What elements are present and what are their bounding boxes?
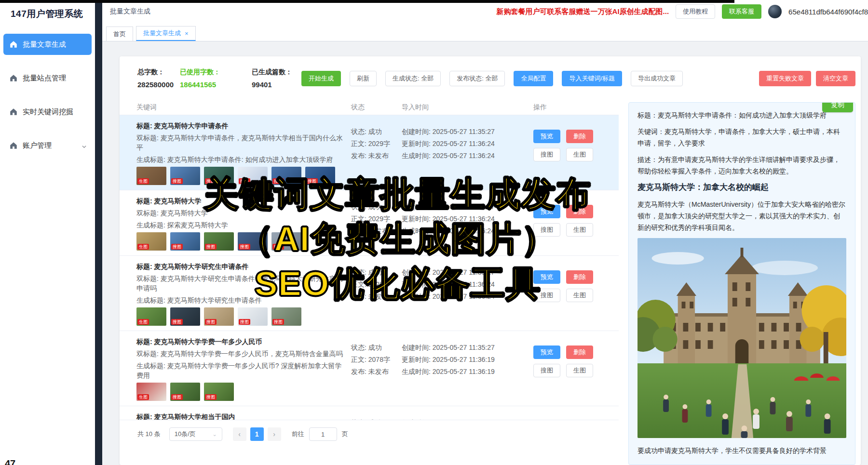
delete-button[interactable]: 删除 [566,205,593,218]
next-page-button[interactable]: › [268,427,281,441]
generate-status-select[interactable]: 生成状态: 全部 [385,71,441,86]
stat-item-1: 总字数：282580000 [137,68,180,89]
export-success-button[interactable]: 导出成功文章 [631,71,683,86]
article-thumbnail[interactable]: 搜图 [271,307,301,326]
article-thumbnail[interactable]: 搜图 [170,383,200,401]
article-thumbnail[interactable]: 搜图 [271,232,301,251]
goto-unit: 页 [342,430,348,438]
thumbnail-badge: 搜图 [272,244,284,250]
article-thumbnail[interactable]: 搜图 [204,232,234,251]
table-row[interactable]: 标题: 麦克马斯特大学学费一年多少人民币双标题: 麦克马斯特大学学费一年多少人民… [120,331,619,406]
article-title: 标题: 麦克马斯特大学 [136,196,346,206]
article-dual-title: 双标题: 麦克马斯特大学申请条件，麦克马斯特大学相当于国内什么水平 [136,133,346,152]
article-thumbnail[interactable]: 生图 [136,232,166,251]
delete-button[interactable]: 删除 [566,130,593,143]
row-generated-time: 生成时间: 2025-05-27 11:36:24 [402,150,533,162]
row-generated-time: 生成时间: 2025-05-27 11:36:24 [402,291,533,303]
article-thumbnail[interactable]: 搜图 [305,167,335,185]
search-image-button[interactable]: 搜图 [533,289,560,302]
danger-buttons: 重置失败文章 清空文章 [759,71,855,86]
row-generated-time: 生成时间: 2025-05-27 11:36:19 [402,366,533,378]
sidebar-item-4[interactable]: 账户管理 [3,135,92,156]
article-thumbnail[interactable]: 搜图 [238,232,268,251]
preview-button[interactable]: 预览 [533,130,560,143]
article-thumbnail[interactable]: 搜图 [238,167,268,185]
delete-button[interactable]: 删除 [566,270,593,284]
contact-support-button[interactable]: 联系客服 [722,4,761,19]
search-image-button[interactable]: 搜图 [533,148,560,161]
sidebar-item-1[interactable]: 批量文章生成 [3,34,92,55]
sidebar-divider-strip [95,0,102,465]
prev-page-button[interactable]: ‹ [233,427,246,441]
article-thumbnail[interactable]: 搜图 [170,307,200,326]
table-header-row: 关键词 状态 导入时间 操作 [120,100,619,115]
delete-button[interactable]: 删除 [566,345,593,359]
article-generated-title: 生成标题: 麦克马斯特大学学费一年多少人民币? 深度解析加拿大留学费用 [136,361,346,380]
article-thumbnail[interactable]: 搜图 [170,232,200,251]
table-body: 标题: 麦克马斯特大学申请条件双标题: 麦克马斯特大学申请条件，麦克马斯特大学相… [120,115,619,420]
goto-label: 前往 [292,430,304,438]
row-actions: 预览删除搜图生图 [533,337,619,401]
promo-notice[interactable]: 新购套餐用户可联系客服赠送一万张AI原创生成配图... [497,7,669,16]
corner-partial-text: 47 [5,458,15,465]
article-thumbnail[interactable]: 搜图 [170,167,200,185]
col-header-status: 状态 [351,103,402,112]
start-generate-button[interactable]: 开始生成 [301,71,341,86]
search-image-button[interactable]: 搜图 [533,364,560,377]
generate-image-button[interactable]: 生图 [566,364,593,377]
preview-button[interactable]: 预览 [533,345,560,359]
sidebar-item-2[interactable]: 批量站点管理 [3,67,92,89]
generate-image-button[interactable]: 生图 [566,223,593,237]
preview-button[interactable]: 预览 [533,270,560,284]
reset-failed-button[interactable]: 重置失败文章 [759,71,811,86]
main-card: 总字数：282580000已使用字数：186441565已生成篇数：99401 … [120,56,861,465]
generate-image-button[interactable]: 生图 [566,148,593,161]
goto-page-input[interactable] [309,427,337,441]
sidebar-item-3[interactable]: 实时关键词挖掘 [3,101,92,122]
tutorial-button[interactable]: 使用教程 [676,4,715,19]
close-icon[interactable]: × [185,30,189,37]
article-thumbnail[interactable]: 搜图 [204,383,234,401]
col-header-import-time: 导入时间 [402,103,533,112]
thumbnail-badge: 搜图 [239,319,250,325]
preview-button[interactable]: 预览 [533,205,560,218]
user-avatar[interactable] [768,5,782,18]
user-id[interactable]: 65e4811dfb644f690f4cf8 [788,8,868,16]
thumbnail-badge: 搜图 [272,319,284,325]
refresh-button[interactable]: 刷新 [350,71,377,86]
goto-group: 前往 页 [292,427,348,441]
table-row[interactable]: 标题: 麦克马斯特大学双标题: 麦克马斯特大学生成标题: 探索麦克马斯特大学生图… [120,190,619,255]
table-row[interactable]: 标题: 麦克马斯特大学申请条件双标题: 麦克马斯特大学申请条件，麦克马斯特大学相… [120,115,619,190]
article-thumbnail[interactable]: 生图 [136,307,166,326]
campus-photo [637,238,846,438]
page-size-select[interactable]: 10条/页 ⌄ [169,427,222,441]
row-publish-status: 发布: 未发布 [351,225,402,237]
row-status: 状态: 成功 [351,417,402,420]
import-keywords-button[interactable]: 导入关键词/标题 [562,71,622,86]
table-row[interactable]: 标题: 麦克马斯特大学研究生申请条件双标题: 麦克马斯特大学研究生申请条件，麦克… [120,255,619,331]
copy-button[interactable]: 复制 [822,102,853,112]
article-dual-title: 双标题: 麦克马斯特大学 [136,208,346,218]
row-status: 状态: 成功 [351,342,402,354]
stat-value: 186441565 [180,80,252,89]
row-status: 状态: 成功 [351,126,402,138]
search-image-button[interactable]: 搜图 [533,223,560,237]
article-thumbnail[interactable]: 生图 [136,383,166,401]
thumbnail-badge: 生图 [137,319,149,325]
article-thumbnail[interactable]: 生图 [136,167,166,185]
sidebar-item-label: 账户管理 [23,141,52,150]
tab-2[interactable]: 批量文章生成× [136,26,196,41]
article-thumbnail[interactable]: 搜图 [204,167,234,185]
table-row[interactable]: 标题: 麦克马斯特大学相当于国内双标题: 麦克马斯特大学相当于国内，麦克马斯特大… [120,406,619,420]
global-config-button[interactable]: 全局配置 [514,71,553,86]
article-thumbnail[interactable]: 搜图 [204,307,234,326]
publish-status-select[interactable]: 发布状态: 全部 [449,71,505,86]
preview-description: 描述：为有意申请麦克马斯特大学的学生详细讲解申请要求及步骤，帮助你轻松掌握入学条… [637,154,846,177]
generate-image-button[interactable]: 生图 [566,289,593,302]
clear-articles-button[interactable]: 清空文章 [816,71,855,86]
tab-1[interactable]: 首页 [106,27,133,41]
col-header-actions: 操作 [533,103,619,112]
article-thumbnail[interactable]: 搜图 [271,167,301,185]
page-number-1[interactable]: 1 [250,427,264,441]
article-thumbnail[interactable]: 搜图 [238,307,268,326]
